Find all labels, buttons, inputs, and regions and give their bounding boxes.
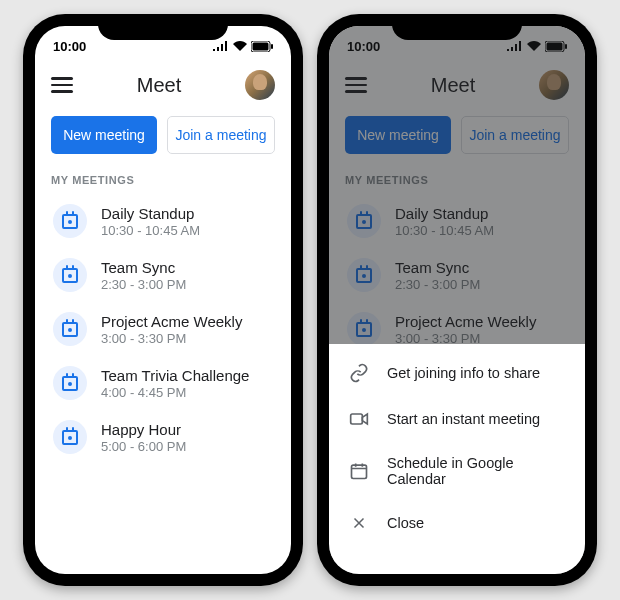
signal-icon [213,41,229,51]
sheet-item-label: Schedule in Google Calendar [387,455,565,487]
status-icons [213,41,273,52]
svg-rect-1 [253,42,269,50]
menu-icon[interactable] [51,77,73,93]
screen-sheet: 10:00 Meet New meeting Join a meeting MY… [329,26,585,574]
phone-frame-left: 10:00 Meet New meeting Join a meeting MY… [23,14,303,586]
meeting-title: Happy Hour [101,421,186,438]
meeting-text: Daily Standup 10:30 - 10:45 AM [101,205,200,238]
sheet-get-link[interactable]: Get joining info to share [329,350,585,396]
sheet-item-label: Start an instant meeting [387,411,540,427]
list-item[interactable]: Daily Standup 10:30 - 10:45 AM [47,194,279,248]
new-meeting-button[interactable]: New meeting [51,116,157,154]
close-icon [349,513,369,533]
meeting-time: 4:00 - 4:45 PM [101,385,249,400]
screen-main: 10:00 Meet New meeting Join a meeting MY… [35,26,291,574]
meeting-list: Daily Standup 10:30 - 10:45 AM Team Sync… [35,194,291,464]
status-time: 10:00 [53,39,86,54]
calendar-icon [53,312,87,346]
svg-rect-6 [351,414,363,424]
meeting-time: 2:30 - 3:00 PM [101,277,186,292]
calendar-icon [53,420,87,454]
meeting-title: Daily Standup [101,205,200,222]
sheet-item-label: Get joining info to share [387,365,540,381]
meeting-text: Team Sync 2:30 - 3:00 PM [101,259,186,292]
avatar[interactable] [245,70,275,100]
notch [98,14,228,40]
notch [392,14,522,40]
calendar-icon [349,461,369,481]
meeting-time: 10:30 - 10:45 AM [101,223,200,238]
meeting-title: Team Trivia Challenge [101,367,249,384]
sheet-item-label: Close [387,515,424,531]
bottom-sheet: Get joining info to share Start an insta… [329,344,585,574]
list-item[interactable]: Team Trivia Challenge 4:00 - 4:45 PM [47,356,279,410]
meeting-text: Project Acme Weekly 3:00 - 3:30 PM [101,313,242,346]
page-title: Meet [137,74,181,97]
list-item[interactable]: Project Acme Weekly 3:00 - 3:30 PM [47,302,279,356]
action-row: New meeting Join a meeting [35,112,291,168]
join-meeting-button[interactable]: Join a meeting [167,116,275,154]
wifi-icon [233,41,247,51]
meeting-time: 5:00 - 6:00 PM [101,439,186,454]
meeting-text: Happy Hour 5:00 - 6:00 PM [101,421,186,454]
sheet-schedule-calendar[interactable]: Schedule in Google Calendar [329,442,585,500]
link-icon [349,363,369,383]
video-icon [349,409,369,429]
list-item[interactable]: Team Sync 2:30 - 3:00 PM [47,248,279,302]
meeting-title: Team Sync [101,259,186,276]
meeting-text: Team Trivia Challenge 4:00 - 4:45 PM [101,367,249,400]
svg-rect-7 [352,465,367,478]
battery-icon [251,41,273,52]
phone-frame-right: 10:00 Meet New meeting Join a meeting MY… [317,14,597,586]
sheet-instant-meeting[interactable]: Start an instant meeting [329,396,585,442]
calendar-icon [53,366,87,400]
svg-rect-2 [271,44,273,49]
calendar-icon [53,258,87,292]
meeting-title: Project Acme Weekly [101,313,242,330]
sheet-close[interactable]: Close [329,500,585,546]
calendar-icon [53,204,87,238]
section-label: MY MEETINGS [35,168,291,194]
app-header: Meet [35,60,291,112]
list-item[interactable]: Happy Hour 5:00 - 6:00 PM [47,410,279,464]
meeting-time: 3:00 - 3:30 PM [101,331,242,346]
